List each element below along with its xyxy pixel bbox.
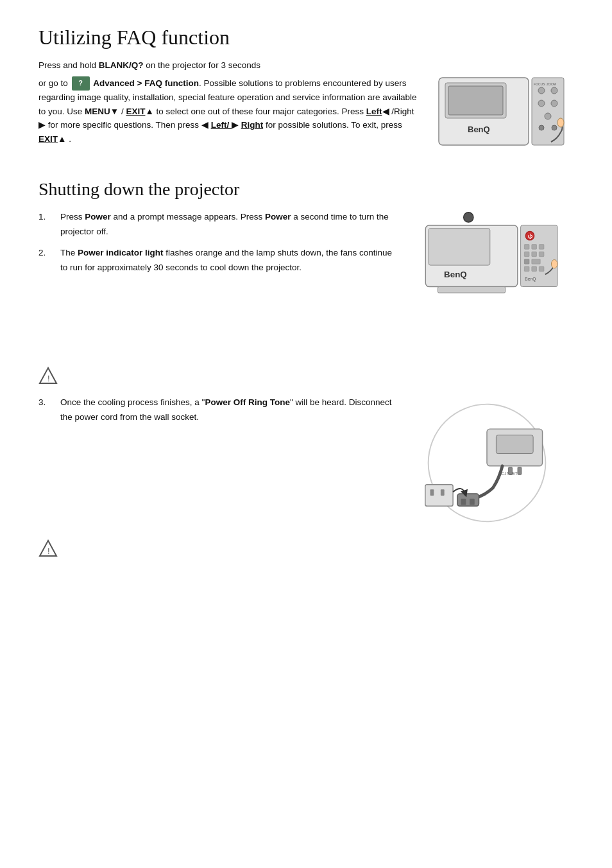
svg-point-5 bbox=[538, 87, 545, 94]
svg-point-14 bbox=[557, 118, 564, 127]
svg-text:FOCUS: FOCUS bbox=[534, 82, 545, 86]
svg-text:ZOOM: ZOOM bbox=[547, 82, 556, 86]
svg-rect-31 bbox=[532, 266, 537, 272]
exit-label: EXIT▲ bbox=[126, 107, 153, 116]
menu-label: MENU bbox=[85, 107, 110, 116]
svg-text:BenQ: BenQ bbox=[468, 125, 490, 134]
step2-num: 2. bbox=[38, 246, 54, 275]
power-off-ring-label: Power Off Ring Tone bbox=[205, 397, 290, 407]
shutdown-list: 1. Press Power and a prompt message appe… bbox=[38, 210, 394, 275]
shutdown-steps: 1. Press Power and a prompt message appe… bbox=[38, 210, 394, 353]
power-indicator-label: Power indicator light bbox=[78, 248, 164, 257]
svg-rect-25 bbox=[524, 252, 529, 257]
faq-title: Utilizing FAQ function bbox=[38, 26, 574, 49]
svg-rect-45 bbox=[470, 499, 475, 505]
svg-rect-42 bbox=[518, 467, 522, 475]
faq-section: Press and hold BLANK/Q? on the projector… bbox=[38, 58, 574, 160]
svg-rect-43 bbox=[457, 494, 479, 506]
step1-num: 1. bbox=[38, 210, 54, 239]
faq-text-block: Press and hold BLANK/Q? on the projector… bbox=[38, 58, 420, 160]
svg-rect-26 bbox=[532, 252, 537, 257]
faq-para2: or go to Advanced > FAQ function. Possib… bbox=[38, 76, 420, 146]
power-cord-image: AC-INLET bbox=[407, 395, 574, 532]
step2-item: 2. The Power indicator light flashes ora… bbox=[38, 246, 394, 275]
warning-icon-1: ! bbox=[38, 366, 574, 389]
svg-rect-27 bbox=[539, 252, 544, 257]
step3-list: 3. Once the cooling process finishes, a … bbox=[38, 395, 394, 425]
svg-point-15 bbox=[464, 213, 473, 222]
projector-side-svg: BenQ ⏻ BenQ bbox=[407, 210, 567, 351]
svg-text:BenQ: BenQ bbox=[444, 270, 467, 279]
svg-rect-46 bbox=[425, 485, 453, 507]
svg-rect-39 bbox=[496, 435, 533, 454]
svg-point-9 bbox=[545, 113, 551, 119]
svg-point-11 bbox=[552, 125, 557, 130]
step1-item: 1. Press Power and a prompt message appe… bbox=[38, 210, 394, 239]
step3-item: 3. Once the cooling process finishes, a … bbox=[38, 395, 394, 425]
faq-projector-image: BenQ FOCUS ZOOM bbox=[432, 58, 574, 160]
svg-text:!: ! bbox=[47, 546, 50, 556]
svg-rect-30 bbox=[524, 266, 529, 272]
power2-label: Power bbox=[265, 212, 291, 221]
projector-top-svg: BenQ FOCUS ZOOM bbox=[432, 58, 567, 158]
svg-point-8 bbox=[551, 100, 557, 107]
step2-text: The Power indicator light flashes orange… bbox=[60, 246, 394, 275]
svg-rect-44 bbox=[461, 499, 466, 505]
power-cord-svg: AC-INLET bbox=[407, 395, 567, 530]
svg-rect-47 bbox=[430, 489, 434, 496]
svg-point-7 bbox=[538, 100, 545, 107]
svg-rect-41 bbox=[509, 467, 513, 475]
step1-text: Press Power and a prompt message appears… bbox=[60, 210, 394, 239]
power1-label: Power bbox=[85, 212, 111, 221]
shutdown-title: Shutting down the projector bbox=[38, 179, 574, 200]
svg-rect-17 bbox=[429, 229, 490, 265]
svg-point-35 bbox=[551, 259, 557, 268]
svg-rect-2 bbox=[448, 86, 503, 115]
shutdown-section: 1. Press Power and a prompt message appe… bbox=[38, 210, 574, 353]
svg-rect-23 bbox=[532, 245, 537, 250]
faq-icon bbox=[72, 76, 90, 91]
step3-num: 3. bbox=[38, 395, 54, 425]
advanced-label: Advanced > FAQ function bbox=[93, 78, 199, 88]
faq-para1: Press and hold BLANK/Q? on the projector… bbox=[38, 58, 420, 73]
warning-icon-2: ! bbox=[38, 539, 574, 562]
svg-text:BenQ: BenQ bbox=[525, 277, 536, 282]
left-label: Left bbox=[366, 107, 382, 116]
step3-section: 3. Once the cooling process finishes, a … bbox=[38, 395, 574, 532]
svg-rect-24 bbox=[539, 245, 544, 250]
step3-text-block: 3. Once the cooling process finishes, a … bbox=[38, 395, 394, 532]
svg-text:!: ! bbox=[47, 374, 50, 383]
svg-rect-34 bbox=[438, 287, 505, 293]
svg-point-10 bbox=[539, 125, 544, 130]
underline-exit: EXIT bbox=[126, 107, 145, 116]
blank-q-label: BLANK/Q? bbox=[99, 60, 144, 70]
svg-rect-29 bbox=[532, 259, 540, 265]
svg-rect-28 bbox=[524, 259, 529, 265]
svg-rect-32 bbox=[539, 266, 544, 272]
shutdown-projector-image: BenQ ⏻ BenQ bbox=[407, 210, 574, 353]
svg-point-6 bbox=[551, 87, 557, 94]
left2-label: Left/ bbox=[211, 120, 232, 130]
svg-rect-48 bbox=[441, 489, 445, 496]
right2-label: Right bbox=[241, 120, 264, 130]
exit2-label: EXIT▲ bbox=[38, 134, 66, 144]
step3-text: Once the cooling process finishes, a "Po… bbox=[60, 395, 394, 425]
svg-rect-22 bbox=[524, 245, 529, 250]
svg-text:⏻: ⏻ bbox=[528, 234, 533, 239]
